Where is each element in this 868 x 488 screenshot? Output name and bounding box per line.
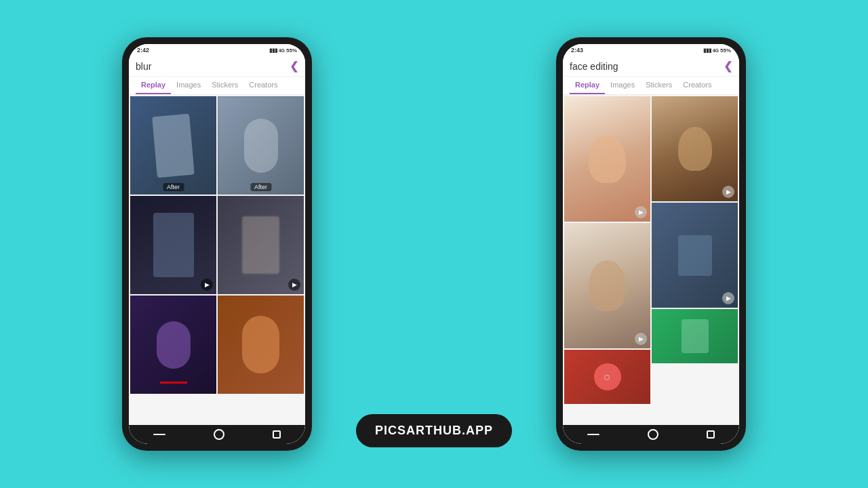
photo-cell-4[interactable]: ▶ xyxy=(218,196,304,294)
tab-stickers-left[interactable]: Stickers xyxy=(206,77,243,94)
search-bar-left: blur ❮ xyxy=(129,56,305,77)
face-col-right: ▶ ▶ xyxy=(652,96,738,424)
photo-cell-1[interactable]: After xyxy=(130,96,216,195)
menu-nav-left[interactable] xyxy=(153,434,165,435)
tabs-left: Replay Images Stickers Creators xyxy=(129,77,305,95)
status-icons-right: ▮▮▮ 4G 55% xyxy=(703,47,731,54)
photo-cell-5[interactable] xyxy=(130,296,216,394)
wifi-icon-right: 4G xyxy=(713,48,719,53)
back-nav-right[interactable] xyxy=(707,430,715,439)
wifi-icon: 4G xyxy=(279,48,285,53)
photo-grid-right: ▶ ▶ ○ xyxy=(563,95,739,425)
after-label-2: After xyxy=(250,183,271,191)
close-search-left[interactable]: ❮ xyxy=(290,60,298,73)
play-icon-r3[interactable]: ▶ xyxy=(635,333,647,345)
play-icon-4[interactable]: ▶ xyxy=(288,279,300,291)
play-icon-3[interactable]: ▶ xyxy=(201,279,213,291)
status-icons-left: ▮▮▮ 4G 55% xyxy=(269,47,297,54)
photo-cell-6[interactable] xyxy=(218,296,304,394)
back-nav-left[interactable] xyxy=(273,430,281,439)
badge-text: PICSARTHUB.APP xyxy=(375,424,493,437)
photo-cell-3[interactable]: ▶ xyxy=(130,196,216,294)
face-col-left: ▶ ▶ ○ xyxy=(564,96,650,424)
signal-icon-right: ▮▮▮ xyxy=(703,47,711,54)
blur-grid: After After xyxy=(129,95,305,395)
search-bar-right: face editing ❮ xyxy=(563,56,739,77)
face-cell-4[interactable]: ▶ xyxy=(652,203,738,308)
tabs-right: Replay Images Stickers Creators xyxy=(563,77,739,95)
photo-grid-left: After After xyxy=(129,95,305,425)
play-icon-r4[interactable]: ▶ xyxy=(722,292,734,304)
tab-images-right[interactable]: Images xyxy=(605,77,640,94)
battery-left: 55% xyxy=(286,47,297,54)
tab-creators-right[interactable]: Creators xyxy=(677,77,717,94)
right-phone: 2:43 ▮▮▮ 4G 55% face editing ❮ Replay Im… xyxy=(556,37,746,451)
face-cell-6[interactable] xyxy=(652,309,738,363)
face-cell-2[interactable]: ▶ xyxy=(652,96,738,201)
battery-right: 55% xyxy=(720,47,731,54)
home-nav-left[interactable] xyxy=(214,429,224,440)
bottom-nav-right xyxy=(563,425,739,444)
after-label-1: After xyxy=(163,183,184,191)
tab-replay-right[interactable]: Replay xyxy=(570,77,605,94)
left-phone: 2:42 ▮▮▮ 4G 55% blur ❮ Replay Images Sti… xyxy=(122,37,312,451)
close-search-right[interactable]: ❮ xyxy=(724,60,732,73)
face-cell-1[interactable]: ▶ xyxy=(564,96,650,222)
tab-images-left[interactable]: Images xyxy=(171,77,206,94)
photo-cell-2[interactable]: After xyxy=(218,96,304,195)
status-bar-right: 2:43 ▮▮▮ 4G 55% xyxy=(563,44,739,56)
face-cell-5[interactable]: ○ xyxy=(564,350,650,404)
app-badge: PICSARTHUB.APP xyxy=(356,414,512,447)
face-two-col: ▶ ▶ ○ xyxy=(563,95,739,425)
tab-creators-left[interactable]: Creators xyxy=(243,77,283,94)
bottom-nav-left xyxy=(129,425,305,444)
face-cell-3[interactable]: ▶ xyxy=(564,223,650,348)
tab-stickers-right[interactable]: Stickers xyxy=(640,77,677,94)
play-icon-r1[interactable]: ▶ xyxy=(635,206,647,218)
play-icon-r2[interactable]: ▶ xyxy=(722,186,734,198)
search-query-left: blur xyxy=(136,61,151,72)
tab-replay-left[interactable]: Replay xyxy=(136,77,171,94)
status-time-right: 2:43 xyxy=(571,47,583,54)
status-time-left: 2:42 xyxy=(137,47,149,54)
home-nav-right[interactable] xyxy=(648,429,658,440)
status-bar-left: 2:42 ▮▮▮ 4G 55% xyxy=(129,44,305,56)
menu-nav-right[interactable] xyxy=(587,434,599,435)
signal-icon: ▮▮▮ xyxy=(269,47,277,54)
search-query-right: face editing xyxy=(570,61,618,72)
